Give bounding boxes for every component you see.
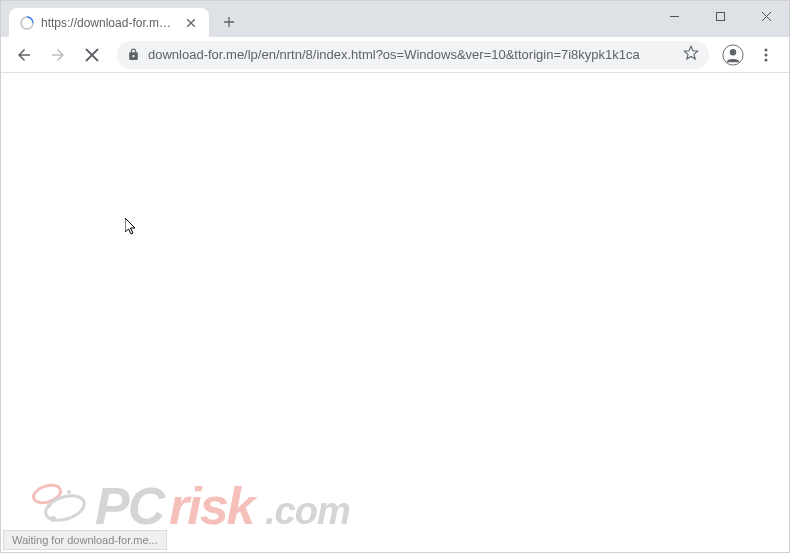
svg-point-9 <box>50 516 56 522</box>
forward-button[interactable] <box>43 40 73 70</box>
maximize-button[interactable] <box>697 1 743 31</box>
svg-point-8 <box>43 491 88 524</box>
browser-tab[interactable]: https://download-for.me/lp/en/n <box>9 8 209 37</box>
svg-point-6 <box>765 58 768 61</box>
new-tab-button[interactable] <box>215 8 243 36</box>
svg-text:risk: risk <box>169 477 259 535</box>
tab-strip: https://download-for.me/lp/en/n <box>1 1 243 37</box>
toolbar: download-for.me/lp/en/nrtn/8/index.html?… <box>1 37 789 73</box>
close-window-button[interactable] <box>743 1 789 31</box>
svg-point-4 <box>765 48 768 51</box>
status-bar: Waiting for download-for.me... <box>3 530 167 550</box>
cursor-icon <box>125 218 139 240</box>
page-content <box>1 73 789 530</box>
tab-title: https://download-for.me/lp/en/n <box>41 16 177 30</box>
address-bar[interactable]: download-for.me/lp/en/nrtn/8/index.html?… <box>117 41 709 69</box>
back-button[interactable] <box>9 40 39 70</box>
minimize-button[interactable] <box>651 1 697 31</box>
lock-icon[interactable] <box>127 48 140 61</box>
loading-spinner-icon <box>19 15 35 31</box>
menu-button[interactable] <box>751 40 781 70</box>
svg-point-7 <box>31 482 63 506</box>
profile-avatar-button[interactable] <box>719 41 747 69</box>
svg-text:.com: .com <box>265 490 350 532</box>
stop-reload-button[interactable] <box>77 40 107 70</box>
url-text: download-for.me/lp/en/nrtn/8/index.html?… <box>148 47 677 62</box>
svg-point-10 <box>47 504 51 508</box>
window-controls <box>651 1 789 31</box>
close-tab-icon[interactable] <box>183 15 199 31</box>
svg-point-5 <box>765 53 768 56</box>
status-text: Waiting for download-for.me... <box>12 534 158 546</box>
svg-rect-1 <box>716 12 724 20</box>
svg-point-3 <box>730 49 736 55</box>
bookmark-star-icon[interactable] <box>683 45 699 64</box>
svg-point-11 <box>67 490 71 494</box>
titlebar: https://download-for.me/lp/en/n <box>1 1 789 37</box>
svg-text:PC: PC <box>95 477 167 535</box>
